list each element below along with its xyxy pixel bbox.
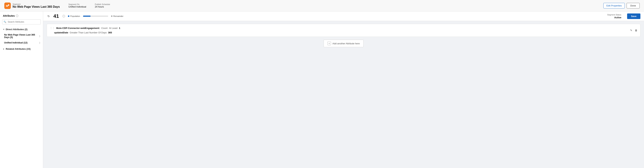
drag-handle-icon[interactable]: ⋮⋮ [50, 26, 55, 29]
population-bar-container: Population Remainder [68, 15, 604, 17]
remainder-dot [111, 15, 112, 17]
sidebar-item-unified-individual[interactable]: Unified Individual (12) 〉 [0, 40, 43, 45]
direct-attributes-label: Direct Attributes (2) [6, 28, 28, 31]
attribute-card-actions: ✎ 🗑 [630, 28, 638, 32]
population-bar-track [83, 16, 108, 17]
publish-schedule-label: Publish Schedule [95, 3, 110, 5]
sidebar-item-chevron: 〉 [39, 42, 40, 44]
segment-on-label: Segment On [68, 3, 86, 5]
segment-name: No Web Page Views Last 365 Days [12, 5, 60, 8]
population-label: Population [68, 15, 80, 17]
publish-schedule-value: 24 hours [95, 5, 110, 8]
app-header: Segment No Web Page Views Last 365 Days … [0, 0, 644, 11]
population-count: 41 [53, 13, 59, 19]
segment-status-area: Segment Status Active [607, 14, 621, 19]
count-value: 1 [119, 27, 120, 29]
svg-rect-1 [6, 6, 8, 7]
edit-properties-button[interactable]: Edit Properties [604, 3, 625, 8]
sidebar: Attributes i 🔍 ▼ Direct Attributes (2) N… [0, 11, 43, 168]
sub-attr-name: updatedDate [54, 31, 68, 34]
stats-bar: ↻ 41 i Population Remainder Segment Stat… [43, 11, 644, 21]
attribute-area: ⋮⋮ Mule-CDP-Connector-webEngagement: Cou… [43, 21, 644, 168]
brand-text: Segment No Web Page Views Last 365 Days [12, 3, 60, 8]
search-input[interactable] [2, 19, 41, 24]
save-button[interactable]: Save [627, 13, 640, 19]
brand-section: Segment No Web Page Views Last 365 Days [4, 2, 60, 9]
sidebar-item-label: Unified Individual (12) [4, 41, 28, 44]
related-attributes-label: Related Attributes (15) [6, 48, 30, 50]
related-attributes-section: ► Related Attributes (15) [0, 46, 43, 52]
remainder-label: Remainder [111, 15, 124, 17]
count-label: Count [101, 27, 108, 29]
main-container: Attributes i 🔍 ▼ Direct Attributes (2) N… [0, 11, 644, 168]
edit-attribute-button[interactable]: ✎ [630, 28, 633, 32]
direct-attributes-section: ▼ Direct Attributes (2) No Web Page View… [0, 26, 43, 45]
add-attribute-button[interactable]: + Add another Attribute here [324, 40, 364, 47]
direct-attributes-chevron: ▼ [3, 28, 5, 30]
segment-on-meta: Segment On Unified Individual [68, 3, 86, 8]
segment-status-value: Active [614, 16, 621, 19]
search-icon: 🔍 [4, 21, 6, 23]
plus-icon: + [328, 42, 331, 45]
related-attributes-chevron: ► [3, 48, 5, 50]
attribute-card: ⋮⋮ Mule-CDP-Connector-webEngagement: Cou… [47, 24, 640, 37]
search-box: 🔍 [2, 19, 41, 24]
sub-attr-condition: Greater Than Last Number Of Days [69, 31, 107, 34]
refresh-button[interactable]: ↻ [47, 14, 50, 19]
connector-name: Mule-CDP-Connector-webEngagement: [56, 27, 100, 29]
svg-point-2 [8, 4, 9, 5]
sidebar-header: Attributes i [0, 14, 43, 19]
add-attribute-area: + Add another Attribute here [47, 40, 640, 47]
segment-label: Segment [12, 3, 60, 5]
done-button[interactable]: Done [626, 3, 640, 8]
segment-on-value: Unified Individual [68, 5, 86, 8]
add-attribute-label: Add another Attribute here [332, 42, 360, 45]
sidebar-item-no-web-page-views[interactable]: No Web Page Views Last 365 Days (5) 〉 [0, 32, 43, 40]
header-meta: Segment On Unified Individual Publish Sc… [68, 3, 110, 8]
sub-attribute: updatedDate Greater Than Last Number Of … [50, 31, 637, 34]
population-bar-fill [83, 16, 90, 17]
brand-icon [4, 2, 11, 9]
sidebar-item-label: No Web Page Views Last 365 Days (5) [4, 33, 39, 39]
sidebar-title: Attributes [3, 14, 15, 17]
population-info-icon[interactable]: i [62, 15, 65, 17]
segment-status-label: Segment Status [607, 14, 621, 16]
related-attributes-header[interactable]: ► Related Attributes (15) [0, 46, 43, 52]
content-area: ↻ 41 i Population Remainder Segment Stat… [43, 11, 644, 168]
at-least-label: At Least [109, 27, 118, 29]
header-actions: Edit Properties Done [604, 3, 640, 8]
direct-attributes-header[interactable]: ▼ Direct Attributes (2) [0, 26, 43, 32]
attribute-card-header: ⋮⋮ Mule-CDP-Connector-webEngagement: Cou… [50, 26, 637, 29]
population-dot [68, 15, 69, 17]
sub-attr-value: 365 [108, 31, 112, 34]
publish-schedule-meta: Publish Schedule 24 hours [95, 3, 110, 8]
delete-attribute-button[interactable]: 🗑 [634, 28, 638, 32]
sidebar-item-chevron: 〉 [39, 35, 40, 37]
attributes-info-icon[interactable]: i [16, 14, 18, 17]
